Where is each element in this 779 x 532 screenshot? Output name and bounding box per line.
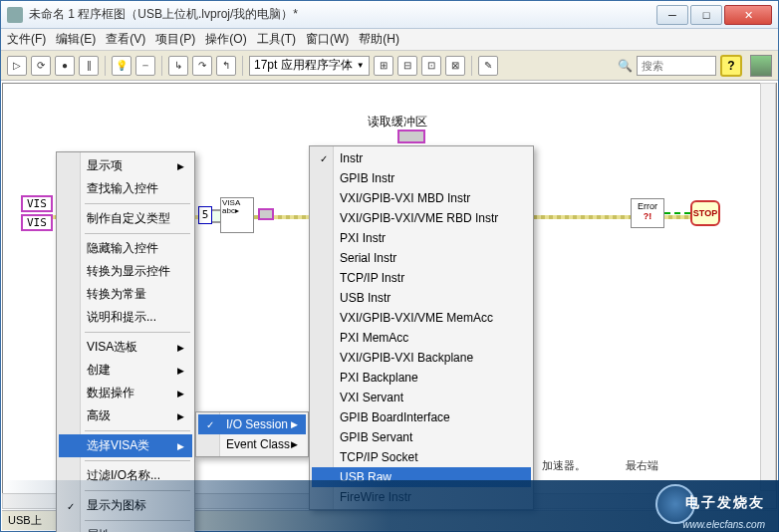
menu-item[interactable]: 说明和提示... bbox=[59, 306, 192, 329]
stop-button-terminal[interactable]: STOP bbox=[690, 200, 720, 226]
menu-item[interactable]: I/O Session▶✓ bbox=[198, 414, 306, 434]
step-out-button[interactable]: ↰ bbox=[216, 56, 236, 76]
menu-window[interactable]: 窗口(W) bbox=[306, 31, 349, 48]
vi-icon[interactable] bbox=[750, 55, 772, 77]
step-into-button[interactable]: ↳ bbox=[168, 56, 188, 76]
context-menu-visa-class[interactable]: I/O Session▶✓Event Class▶ bbox=[195, 411, 309, 457]
submenu-arrow-icon: ▶ bbox=[177, 411, 184, 421]
window-title: 未命名 1 程序框图（USB上位机.lvproj/我的电脑）* bbox=[29, 6, 654, 23]
app-icon bbox=[7, 7, 23, 23]
menu-item[interactable]: 查找输入控件 bbox=[59, 177, 192, 200]
menu-separator bbox=[85, 332, 190, 333]
visa-resource-control[interactable]: VIS VIS bbox=[21, 195, 53, 231]
vertical-scrollbar[interactable] bbox=[760, 83, 776, 491]
retain-wire-button[interactable]: ⎓ bbox=[135, 56, 155, 76]
font-label: 17pt 应用程序字体 bbox=[254, 57, 353, 74]
menu-item[interactable]: 制作自定义类型 bbox=[59, 207, 192, 230]
menu-file[interactable]: 文件(F) bbox=[7, 31, 46, 48]
menu-item[interactable]: PXI MemAcc bbox=[312, 328, 531, 348]
menu-item[interactable]: 转换为常量 bbox=[59, 283, 192, 306]
menu-item[interactable]: 显示为图标✓ bbox=[59, 494, 192, 517]
run-button[interactable]: ▷ bbox=[7, 56, 27, 76]
menu-item[interactable]: PXI Backplane bbox=[312, 368, 531, 388]
error-label: Error bbox=[632, 201, 663, 211]
menu-item[interactable]: VXI/GPIB-VXI MBD Instr bbox=[312, 188, 531, 208]
menu-item[interactable]: USB Instr bbox=[312, 288, 531, 308]
chevron-down-icon: ▼ bbox=[357, 61, 365, 70]
visa-label-b: VIS bbox=[21, 214, 53, 231]
distribute-button[interactable]: ⊟ bbox=[397, 56, 417, 76]
menu-item[interactable]: 属性 bbox=[59, 524, 192, 532]
menu-edit[interactable]: 编辑(E) bbox=[56, 31, 96, 48]
error-handler-node[interactable]: Error ?! bbox=[631, 198, 664, 228]
titlebar: 未命名 1 程序框图（USB上位机.lvproj/我的电脑）* ─ □ ✕ bbox=[1, 1, 778, 29]
read-buffer-indicator[interactable] bbox=[397, 130, 425, 143]
reorder-button[interactable]: ⊠ bbox=[445, 56, 465, 76]
maximize-button[interactable]: □ bbox=[690, 5, 722, 25]
context-menu-main[interactable]: 显示项▶查找输入控件制作自定义类型隐藏输入控件转换为显示控件转换为常量说明和提示… bbox=[56, 151, 195, 532]
menu-item[interactable]: Event Class▶ bbox=[198, 434, 306, 454]
menu-item[interactable]: 选择VISA类▶ bbox=[59, 434, 192, 457]
menu-item[interactable]: Serial Instr bbox=[312, 248, 531, 268]
menu-item[interactable]: 显示项▶ bbox=[59, 154, 192, 177]
menu-item[interactable]: 隐藏输入控件 bbox=[59, 237, 192, 260]
boolean-wire bbox=[664, 212, 690, 214]
menubar: 文件(F) 编辑(E) 查看(V) 项目(P) 操作(O) 工具(T) 窗口(W… bbox=[1, 29, 778, 51]
menu-item[interactable]: VXI Servant bbox=[312, 388, 531, 407]
abort-button[interactable]: ● bbox=[55, 56, 75, 76]
status-left: USB上 bbox=[8, 513, 42, 528]
search-icon: 🔍 bbox=[618, 59, 633, 73]
menu-item[interactable]: VISA选板▶ bbox=[59, 336, 192, 359]
menu-item[interactable]: VXI/GPIB-VXI Backplane bbox=[312, 348, 531, 368]
menu-help[interactable]: 帮助(H) bbox=[359, 31, 399, 48]
cleanup-button[interactable]: ✎ bbox=[478, 56, 498, 76]
string-tunnel[interactable] bbox=[258, 208, 274, 220]
read-buffer-label: 读取缓冲区 bbox=[368, 114, 427, 131]
toolbar-divider bbox=[242, 56, 243, 76]
step-over-button[interactable]: ↷ bbox=[192, 56, 212, 76]
menu-operate[interactable]: 操作(O) bbox=[205, 31, 246, 48]
menu-item[interactable]: GPIB BoardInterface bbox=[312, 407, 531, 427]
menu-item[interactable]: 数据操作▶ bbox=[59, 382, 192, 404]
menu-project[interactable]: 项目(P) bbox=[155, 31, 195, 48]
menu-item[interactable]: Instr✓ bbox=[312, 148, 531, 168]
submenu-arrow-icon: ▶ bbox=[177, 441, 184, 451]
menu-item[interactable]: TCP/IP Instr bbox=[312, 268, 531, 288]
menu-item[interactable]: GPIB Instr bbox=[312, 168, 531, 188]
run-continuous-button[interactable]: ⟳ bbox=[31, 56, 51, 76]
help-button[interactable]: ? bbox=[720, 55, 742, 77]
menu-separator bbox=[85, 520, 190, 521]
toolbar-divider bbox=[105, 56, 106, 76]
submenu-arrow-icon: ▶ bbox=[291, 419, 298, 429]
pause-button[interactable]: ‖ bbox=[79, 56, 99, 76]
submenu-arrow-icon: ▶ bbox=[177, 366, 184, 376]
menu-item[interactable]: VXI/GPIB-VXI/VME RBD Instr bbox=[312, 208, 531, 228]
search-input[interactable] bbox=[637, 56, 716, 76]
align-button[interactable]: ⊞ bbox=[374, 56, 393, 76]
inner-statusbar: 加速器。 最右端 bbox=[1, 456, 778, 474]
numeric-constant-5[interactable]: 5 bbox=[198, 206, 212, 224]
menu-item[interactable]: 创建▶ bbox=[59, 359, 192, 382]
check-icon: ✓ bbox=[320, 153, 328, 164]
resize-button[interactable]: ⊡ bbox=[421, 56, 441, 76]
menu-item[interactable]: PXI Instr bbox=[312, 228, 531, 248]
menu-item[interactable]: GPIB Servant bbox=[312, 427, 531, 447]
font-selector[interactable]: 17pt 应用程序字体 ▼ bbox=[249, 56, 370, 76]
menu-separator bbox=[85, 233, 190, 234]
submenu-arrow-icon: ▶ bbox=[177, 161, 184, 171]
visa-read-node[interactable]: VISA abc▸ bbox=[220, 197, 254, 233]
close-button[interactable]: ✕ bbox=[724, 5, 772, 25]
menu-item[interactable]: FireWire Instr bbox=[312, 487, 531, 507]
menu-view[interactable]: 查看(V) bbox=[106, 31, 145, 48]
minimize-button[interactable]: ─ bbox=[656, 5, 688, 25]
menu-item[interactable]: 转换为显示控件 bbox=[59, 260, 192, 283]
highlight-button[interactable]: 💡 bbox=[112, 56, 131, 76]
visa-label-a: VIS bbox=[21, 195, 53, 212]
menu-item[interactable]: VXI/GPIB-VXI/VME MemAcc bbox=[312, 308, 531, 328]
check-icon: ✓ bbox=[67, 500, 75, 511]
status-right: 最右端 bbox=[626, 458, 658, 473]
menu-tools[interactable]: 工具(T) bbox=[257, 31, 296, 48]
menu-item[interactable]: 高级▶ bbox=[59, 404, 192, 427]
check-icon: ✓ bbox=[206, 419, 214, 430]
toolbar-divider bbox=[471, 56, 472, 76]
